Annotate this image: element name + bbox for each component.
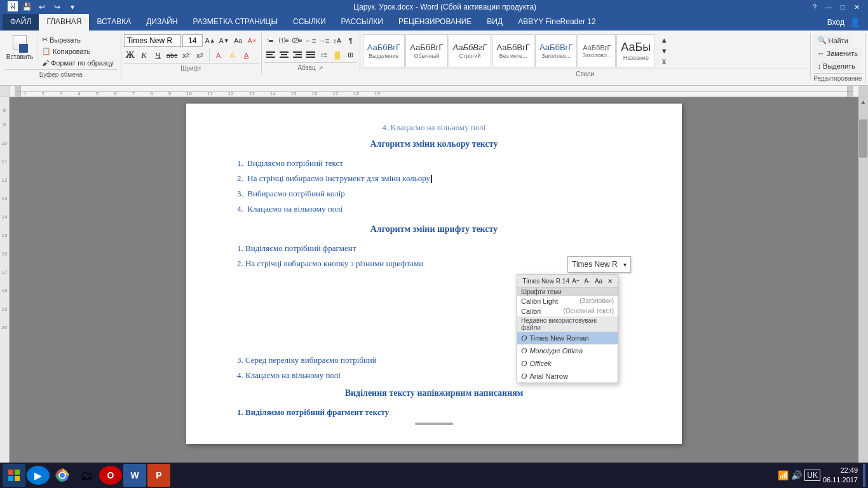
bullets-button[interactable]: ≔	[264, 34, 277, 47]
find-button[interactable]: 🔍 Найти	[813, 34, 853, 46]
styles-scroll-up[interactable]: ▲	[658, 34, 670, 45]
paragraph-dialog-launcher[interactable]: ↗	[318, 65, 323, 71]
select-button[interactable]: ↕ Выделить	[813, 60, 860, 72]
font-name-input[interactable]	[124, 34, 181, 47]
font-popup-officek[interactable]: O Officek	[517, 357, 618, 370]
style-heading2[interactable]: АаБбВгГ Заголово...	[578, 34, 616, 67]
center-button[interactable]	[278, 48, 290, 61]
tab-design[interactable]: ДИЗАЙН	[139, 14, 185, 30]
subscript-button[interactable]: x2	[180, 49, 193, 62]
replace-button[interactable]: ↔ Заменить	[813, 48, 862, 59]
media-player-btn[interactable]: ▶	[27, 466, 50, 485]
clear-formatting-button[interactable]: A✕	[246, 34, 259, 47]
align-right-button[interactable]	[291, 48, 304, 61]
font-popup-case[interactable]: Aa	[593, 276, 604, 286]
tab-view[interactable]: ВИД	[479, 14, 510, 30]
style-no-interval[interactable]: АаБбВгГ Без инте...	[492, 34, 534, 67]
font-popup-calibri[interactable]: Calibri(Основний текст)	[517, 306, 618, 316]
user-icon[interactable]: 👤	[850, 17, 860, 27]
tab-home[interactable]: ГЛАВНАЯ	[39, 14, 89, 30]
cut-button[interactable]: ✂ Вырезать	[39, 34, 117, 45]
language-indicator[interactable]: UK	[804, 470, 820, 481]
style-strict[interactable]: АаБбВгГ Строгий	[449, 34, 492, 67]
font-popup-clear[interactable]: ✕	[605, 276, 615, 286]
decrease-indent-button[interactable]: ←≡	[304, 34, 317, 47]
redo-btn[interactable]: ↪	[51, 1, 64, 13]
line-spacing-button[interactable]: ↕≡	[318, 48, 330, 61]
font-popup-times-new-roman[interactable]: O Times New Roman	[517, 332, 618, 344]
opera-btn[interactable]: O	[99, 466, 122, 485]
undo-btn[interactable]: ↩	[36, 1, 48, 13]
font-grow-button[interactable]: A▲	[204, 34, 217, 47]
svg-rect-9	[306, 51, 315, 53]
font-dropdown-widget[interactable]: Times New R ▾	[567, 256, 631, 273]
customize-qat-btn[interactable]: ▾	[66, 1, 79, 13]
left-ruler: 8 9 10 11 12 13 14 15 16 17 18 19 20	[0, 97, 10, 475]
underline-button[interactable]: Ч	[152, 49, 165, 62]
style-normal[interactable]: АаБбВгГ Обычный	[405, 34, 447, 67]
login-btn[interactable]: Вход	[827, 18, 844, 27]
strikethrough-button[interactable]: abc	[166, 49, 179, 62]
show-marks-button[interactable]: ¶	[344, 34, 357, 47]
word-btn[interactable]: W	[123, 464, 146, 487]
show-desktop-btn[interactable]	[863, 464, 865, 487]
font-popup-shrink[interactable]: A-	[582, 276, 592, 286]
help-btn[interactable]: ?	[808, 2, 821, 12]
scroll-up-btn[interactable]: ▲	[858, 97, 868, 107]
style-title[interactable]: АаБы Название	[616, 34, 655, 67]
style-selection[interactable]: АаБбВгГ Выделение	[363, 34, 405, 67]
font-color-button[interactable]: A	[240, 49, 253, 62]
maximize-btn[interactable]: □	[836, 2, 849, 12]
font-popup-calibri-light[interactable]: Calibri Light(Заголовки)	[517, 296, 618, 306]
close-btn[interactable]: ✕	[850, 2, 863, 12]
style-heading1[interactable]: АаБбВгГ Заголово...	[535, 34, 577, 67]
tab-abbyy[interactable]: ABBYY FineReader 12	[510, 14, 604, 30]
tab-file[interactable]: ФАЙЛ	[3, 14, 39, 30]
styles-scroll-down[interactable]: ▼	[658, 45, 670, 56]
copy-icon: 📋	[42, 47, 51, 55]
bold-button[interactable]: Ж	[124, 49, 137, 62]
copy-button[interactable]: 📋 Копировать	[39, 46, 117, 57]
vertical-scrollbar[interactable]: ▲ ▼	[858, 97, 868, 475]
superscript-button[interactable]: x2	[194, 49, 207, 62]
text-effects-button[interactable]: A	[212, 49, 225, 62]
system-clock[interactable]: 22:49 06.11.2017	[823, 466, 858, 485]
tab-insert[interactable]: ВСТАВКА	[89, 14, 139, 30]
multilevel-list-button[interactable]: ⑵≡	[291, 34, 304, 47]
svg-rect-10	[306, 54, 315, 55]
increase-indent-button[interactable]: →≡	[318, 34, 330, 47]
powerpoint-btn[interactable]: P	[147, 464, 170, 487]
align-left-button[interactable]	[264, 48, 277, 61]
borders-button[interactable]: ⊞	[344, 48, 357, 61]
font-popup-grow[interactable]: A+	[571, 276, 581, 286]
tab-references[interactable]: ССЫЛКИ	[285, 14, 333, 30]
sort-button[interactable]: ↕A	[331, 34, 344, 47]
color-step-3: 3. Вибираємо потрібний колір	[231, 189, 637, 199]
start-button[interactable]	[3, 464, 25, 487]
change-case-button[interactable]: Aa	[232, 34, 245, 47]
format-painter-button[interactable]: 🖌 Формат по образцу	[39, 57, 117, 68]
tab-review[interactable]: РЕЦЕНЗИРОВАНИЕ	[391, 14, 479, 30]
shading-button[interactable]: ▓	[331, 48, 344, 61]
word-icon: 🆆	[8, 1, 18, 13]
numbering-button[interactable]: ⑴≡	[278, 34, 290, 47]
styles-more[interactable]: ⊻	[658, 57, 670, 67]
font-shrink-button[interactable]: A▼	[218, 34, 231, 47]
justify-button[interactable]	[304, 48, 317, 61]
italic-button[interactable]: К	[138, 49, 151, 62]
font-step-2-container: 2. На стрічці вибираємо кнопку з різними…	[231, 259, 637, 269]
volume-icon[interactable]: 🔊	[791, 470, 802, 480]
scroll-thumb[interactable]	[859, 119, 867, 158]
tab-page-layout[interactable]: РАЗМЕТКА СТРАНИЦЫ	[186, 14, 286, 30]
highlight-button[interactable]: A	[226, 49, 239, 62]
network-icon[interactable]: 📶	[778, 470, 789, 480]
file-manager-btn[interactable]: 🗂	[75, 464, 98, 487]
font-popup-arial-narrow[interactable]: O Arial Narrow	[517, 370, 618, 383]
chrome-btn[interactable]	[51, 464, 74, 487]
font-popup-monotype[interactable]: O Monotype Ottima	[517, 344, 618, 357]
tab-mailings[interactable]: РАССЫЛКИ	[334, 14, 391, 30]
paste-button[interactable]: Вставить	[5, 34, 34, 61]
save-btn[interactable]: 💾	[20, 1, 33, 13]
minimize-btn[interactable]: —	[822, 2, 835, 12]
font-size-input[interactable]	[182, 34, 203, 47]
